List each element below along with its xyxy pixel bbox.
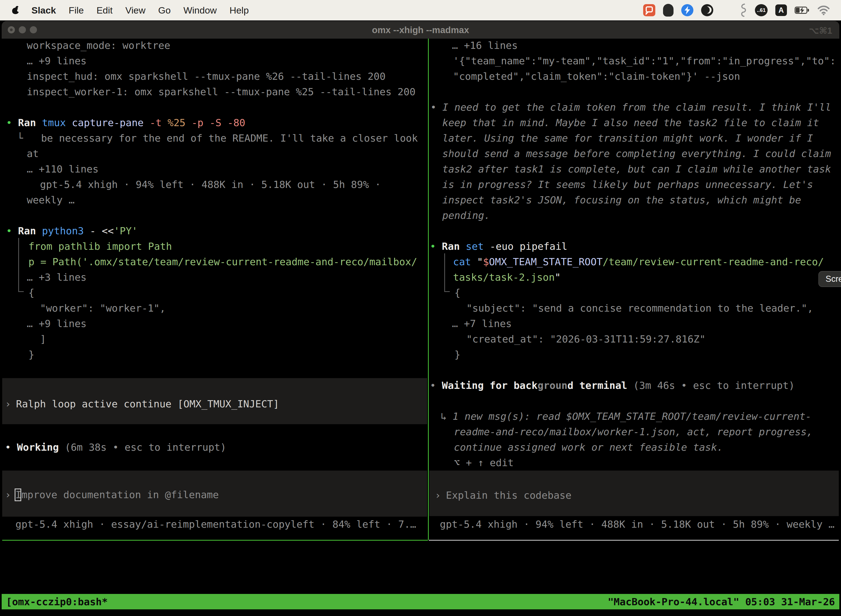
terminal-line: inspect_worker-1: omx sparkshell --tmux-… xyxy=(27,84,416,100)
window-titlebar: omx --xhigh --madmax ⌥⌘1 xyxy=(1,21,840,39)
text-cursor xyxy=(15,488,21,501)
terminal-line: … +7 lines xyxy=(452,316,512,331)
input-source-icon[interactable]: A xyxy=(775,4,787,16)
terminal-line: ↳ 1 new msg(s): read $OMX_TEAM_STATE_ROO… xyxy=(441,409,812,424)
prompt-chevron: › xyxy=(5,396,11,412)
terminal-line: • Ran tmux capture-pane -t %25 -p -S -80 xyxy=(6,115,245,131)
scroll-squiggle-icon[interactable] xyxy=(739,4,747,17)
apple-menu-icon[interactable] xyxy=(12,6,19,14)
tmux-status-bar: [omx-cczip0:bash* "MacBook-Pro-44.local"… xyxy=(1,594,840,609)
terminal-line: "worker": "worker-1", xyxy=(40,301,166,316)
terminal-line: { xyxy=(454,285,460,301)
terminal-line: • Waiting for background terminal (3m 46… xyxy=(430,378,795,393)
menu-item-window[interactable]: Window xyxy=(183,5,217,16)
menu-bar: Slack File Edit View Go Window Help ..61… xyxy=(0,0,841,21)
tmux-session-label: [omx-cczip0:bash* xyxy=(6,596,108,607)
terminal-line: • Ran set -euo pipefail xyxy=(430,239,568,254)
screenshot-preview-popup[interactable]: Scre xyxy=(818,271,841,287)
terminal-line: from pathlib import Path xyxy=(28,239,172,254)
right-prompt-input[interactable]: › Explain this codebase xyxy=(429,471,839,516)
terminal-line: "completed","claim_token":"claim-token"}… xyxy=(453,69,740,84)
terminal-line: { xyxy=(28,285,35,301)
terminal-line: is in progress? It seems likely but perh… xyxy=(442,177,813,192)
terminal-line: keep that in mind. Maybe I also need the… xyxy=(442,115,819,131)
terminal-line: later. Using the same for transition mig… xyxy=(442,131,813,146)
pane-divider-vertical[interactable] xyxy=(428,39,429,540)
terminal-line: weekly … xyxy=(27,192,75,208)
terminal-line: cat "$OMX_TEAM_STATE_ROOT/team/review-cu… xyxy=(453,254,824,270)
terminal-line: gpt-5.4 xhigh · 94% left · 488K in · 5.1… xyxy=(440,517,834,532)
menu-item-go[interactable]: Go xyxy=(158,5,170,16)
chat-app-icon[interactable] xyxy=(643,4,655,16)
terminal-line: "created_at": "2026-03-31T11:59:27.816Z" xyxy=(466,331,706,347)
terminal-line: gpt-5.4 xhigh · essay/ai-reimplementatio… xyxy=(15,517,416,532)
window-title: omx --xhigh --madmax xyxy=(1,25,840,35)
terminal-line: "subject": "send a concise recommendatio… xyxy=(466,301,813,316)
terminal-line: tasks/task-2.json" xyxy=(453,270,561,285)
indent-guide xyxy=(444,253,450,292)
terminal-line: ⌥ + ↑ edit xyxy=(454,455,514,471)
battery-percentage-badge-icon[interactable]: ..61 xyxy=(755,4,768,16)
terminal-line: pending. xyxy=(442,208,490,223)
terminal-line: … +110 lines xyxy=(27,161,98,177)
terminal-line: gpt-5.4 xhigh · 94% left · 488K in · 5.1… xyxy=(40,177,381,192)
terminal-line: task2 after task1 is complete, but can I… xyxy=(442,161,831,177)
terminal-line: continue assigned work or next feasible … xyxy=(454,440,723,455)
messenger-badge-icon[interactable] xyxy=(681,4,693,16)
terminal-line: • I need to get the claim token from the… xyxy=(431,100,831,115)
terminal-line: workspace_mode: worktree xyxy=(27,38,170,53)
screenshot-popup-label: Scre xyxy=(826,274,841,284)
terminal-line: … +16 lines xyxy=(452,38,518,53)
menu-item-help[interactable]: Help xyxy=(230,5,249,16)
terminal-line: … +9 lines xyxy=(27,53,86,69)
left-prompt-input[interactable]: › Improve documentation in @filename xyxy=(2,471,427,517)
night-shift-icon[interactable] xyxy=(701,4,713,16)
tmux-host-clock-label: "MacBook-Pro-44.local" 05:03 31-Mar-26 xyxy=(608,596,835,607)
ralph-status-text: Ralph loop active continue [OMX_TMUX_INJ… xyxy=(16,396,279,412)
wifi-icon[interactable] xyxy=(817,5,830,15)
window-shortcut-hint: ⌥⌘1 xyxy=(809,25,832,36)
prompt-chevron: › xyxy=(435,488,441,503)
terminal-line: inspect_hud: omx sparkshell --tmux-pane … xyxy=(27,69,385,84)
battery-charging-icon[interactable] xyxy=(795,6,810,14)
menu-app-name[interactable]: Slack xyxy=(31,5,56,16)
terminal-line: • Working (6m 38s • esc to interrupt) xyxy=(5,440,226,455)
terminal-content: workspace_mode: worktree… +9 linesinspec… xyxy=(0,39,841,594)
terminal-line: … +3 lines xyxy=(27,270,86,285)
terminal-line: └ be necessary for the end of the README… xyxy=(17,131,418,146)
dots-grid-icon[interactable] xyxy=(721,5,731,15)
terminal-line: at xyxy=(27,146,39,161)
pane-divider-horizontal-inactive[interactable] xyxy=(429,540,839,541)
indent-guide xyxy=(18,238,24,292)
menu-item-file[interactable]: File xyxy=(69,5,84,16)
terminal-line: • Ran python3 - <<'PY' xyxy=(6,223,138,239)
terminal-line: should send a message before completing … xyxy=(442,146,831,161)
privacy-shield-icon[interactable] xyxy=(663,4,674,16)
terminal-line: p = Path('.omx/state/team/review-current… xyxy=(28,254,417,270)
terminal-line: … +9 lines xyxy=(27,316,86,331)
left-input-placeholder: Improve documentation in @filename xyxy=(15,487,219,503)
menu-item-view[interactable]: View xyxy=(125,5,145,16)
lightning-glyph xyxy=(684,6,691,14)
terminal-line: } xyxy=(28,347,35,362)
terminal-line: '{"team_name":"my-team","task_id":"1","f… xyxy=(453,53,836,69)
terminal-line: inspect task2's JSON, focusing on the st… xyxy=(442,192,801,208)
menu-item-edit[interactable]: Edit xyxy=(97,5,113,16)
terminal-line: ] xyxy=(40,331,46,347)
ralph-status-box: › Ralph loop active continue [OMX_TMUX_I… xyxy=(2,378,427,424)
terminal-line: readme-and-reco/mailbox/worker-1.json, a… xyxy=(454,424,813,440)
right-input-placeholder: Explain this codebase xyxy=(446,488,571,503)
terminal-line: } xyxy=(454,347,460,362)
prompt-chevron: › xyxy=(5,487,11,503)
pane-divider-horizontal-active[interactable] xyxy=(2,540,428,541)
